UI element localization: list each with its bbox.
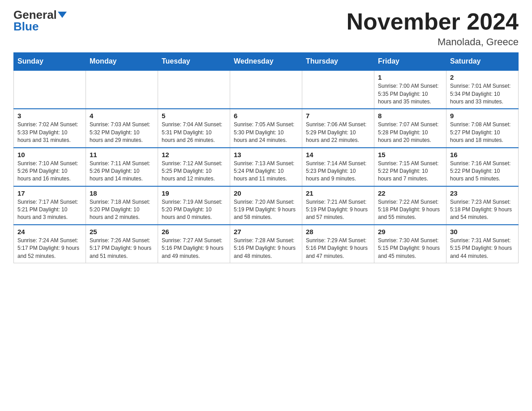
day-number: 14 bbox=[306, 151, 370, 158]
day-number: 9 bbox=[450, 112, 515, 120]
calendar-cell: 3Sunrise: 7:02 AM Sunset: 5:33 PM Daylig… bbox=[14, 109, 86, 147]
calendar-cell: 29Sunrise: 7:30 AM Sunset: 5:15 PM Dayli… bbox=[374, 225, 446, 263]
calendar-cell: 18Sunrise: 7:18 AM Sunset: 5:20 PM Dayli… bbox=[86, 186, 158, 225]
calendar-cell: 11Sunrise: 7:11 AM Sunset: 5:26 PM Dayli… bbox=[86, 148, 158, 186]
calendar-cell: 24Sunrise: 7:24 AM Sunset: 5:17 PM Dayli… bbox=[14, 225, 86, 263]
day-info: Sunrise: 7:13 AM Sunset: 5:24 PM Dayligh… bbox=[234, 160, 298, 183]
logo-triangle-icon bbox=[58, 12, 67, 18]
weekday-header-saturday: Saturday bbox=[446, 53, 519, 71]
calendar-cell: 10Sunrise: 7:10 AM Sunset: 5:26 PM Dayli… bbox=[14, 148, 86, 186]
month-title: November 2024 bbox=[347, 9, 519, 34]
calendar-cell: 17Sunrise: 7:17 AM Sunset: 5:21 PM Dayli… bbox=[14, 186, 86, 225]
weekday-header-sunday: Sunday bbox=[14, 53, 86, 71]
calendar-week-row: 1Sunrise: 7:00 AM Sunset: 5:35 PM Daylig… bbox=[14, 70, 519, 109]
calendar-week-row: 3Sunrise: 7:02 AM Sunset: 5:33 PM Daylig… bbox=[14, 109, 519, 147]
calendar-cell bbox=[302, 70, 374, 109]
calendar-cell: 21Sunrise: 7:21 AM Sunset: 5:19 PM Dayli… bbox=[302, 186, 374, 225]
calendar-cell: 28Sunrise: 7:29 AM Sunset: 5:16 PM Dayli… bbox=[302, 225, 374, 263]
calendar-cell: 7Sunrise: 7:06 AM Sunset: 5:29 PM Daylig… bbox=[302, 109, 374, 147]
day-info: Sunrise: 7:27 AM Sunset: 5:16 PM Dayligh… bbox=[162, 237, 226, 260]
day-number: 22 bbox=[378, 189, 442, 197]
logo-general-text: General bbox=[13, 9, 57, 21]
calendar-cell: 6Sunrise: 7:05 AM Sunset: 5:30 PM Daylig… bbox=[230, 109, 302, 147]
page-header: General Blue November 2024 Manolada, Gre… bbox=[13, 9, 519, 48]
logo-blue-text: Blue bbox=[13, 21, 39, 32]
day-number: 10 bbox=[17, 151, 82, 158]
day-info: Sunrise: 7:10 AM Sunset: 5:26 PM Dayligh… bbox=[17, 160, 82, 183]
day-number: 3 bbox=[17, 112, 82, 120]
day-number: 23 bbox=[450, 189, 515, 197]
day-info: Sunrise: 7:22 AM Sunset: 5:18 PM Dayligh… bbox=[378, 198, 442, 222]
day-info: Sunrise: 7:21 AM Sunset: 5:19 PM Dayligh… bbox=[306, 198, 370, 222]
day-number: 1 bbox=[378, 73, 442, 81]
calendar-cell: 15Sunrise: 7:15 AM Sunset: 5:22 PM Dayli… bbox=[374, 148, 446, 186]
weekday-header-monday: Monday bbox=[86, 53, 158, 71]
weekday-header-wednesday: Wednesday bbox=[230, 53, 302, 71]
day-number: 27 bbox=[234, 228, 298, 235]
weekday-header-tuesday: Tuesday bbox=[158, 53, 230, 71]
day-info: Sunrise: 7:31 AM Sunset: 5:15 PM Dayligh… bbox=[450, 237, 515, 260]
day-number: 2 bbox=[450, 73, 515, 81]
day-number: 25 bbox=[90, 228, 154, 235]
day-number: 28 bbox=[306, 228, 370, 235]
day-info: Sunrise: 7:03 AM Sunset: 5:32 PM Dayligh… bbox=[90, 121, 154, 144]
calendar-cell: 19Sunrise: 7:19 AM Sunset: 5:20 PM Dayli… bbox=[158, 186, 230, 225]
day-info: Sunrise: 7:07 AM Sunset: 5:28 PM Dayligh… bbox=[378, 121, 442, 144]
weekday-header-friday: Friday bbox=[374, 53, 446, 71]
calendar-cell: 25Sunrise: 7:26 AM Sunset: 5:17 PM Dayli… bbox=[86, 225, 158, 263]
day-number: 30 bbox=[450, 228, 515, 235]
day-info: Sunrise: 7:24 AM Sunset: 5:17 PM Dayligh… bbox=[17, 237, 82, 260]
day-info: Sunrise: 7:15 AM Sunset: 5:22 PM Dayligh… bbox=[378, 160, 442, 183]
calendar-cell: 16Sunrise: 7:16 AM Sunset: 5:22 PM Dayli… bbox=[446, 148, 519, 186]
calendar-cell: 20Sunrise: 7:20 AM Sunset: 5:19 PM Dayli… bbox=[230, 186, 302, 225]
day-number: 21 bbox=[306, 189, 370, 197]
calendar-cell bbox=[230, 70, 302, 109]
calendar-cell: 4Sunrise: 7:03 AM Sunset: 5:32 PM Daylig… bbox=[86, 109, 158, 147]
day-number: 12 bbox=[162, 151, 226, 158]
calendar-cell: 22Sunrise: 7:22 AM Sunset: 5:18 PM Dayli… bbox=[374, 186, 446, 225]
calendar-week-row: 24Sunrise: 7:24 AM Sunset: 5:17 PM Dayli… bbox=[14, 225, 519, 263]
calendar-week-row: 17Sunrise: 7:17 AM Sunset: 5:21 PM Dayli… bbox=[14, 186, 519, 225]
day-info: Sunrise: 7:14 AM Sunset: 5:23 PM Dayligh… bbox=[306, 160, 370, 183]
day-info: Sunrise: 7:18 AM Sunset: 5:20 PM Dayligh… bbox=[90, 198, 154, 222]
day-number: 26 bbox=[162, 228, 226, 235]
day-info: Sunrise: 7:02 AM Sunset: 5:33 PM Dayligh… bbox=[17, 121, 82, 144]
day-number: 24 bbox=[17, 228, 82, 235]
day-info: Sunrise: 7:29 AM Sunset: 5:16 PM Dayligh… bbox=[306, 237, 370, 260]
day-number: 4 bbox=[90, 112, 154, 120]
calendar-cell: 9Sunrise: 7:08 AM Sunset: 5:27 PM Daylig… bbox=[446, 109, 519, 147]
day-number: 15 bbox=[378, 151, 442, 158]
day-info: Sunrise: 7:06 AM Sunset: 5:29 PM Dayligh… bbox=[306, 121, 370, 144]
calendar-cell bbox=[158, 70, 230, 109]
day-number: 8 bbox=[378, 112, 442, 120]
calendar-cell: 26Sunrise: 7:27 AM Sunset: 5:16 PM Dayli… bbox=[158, 225, 230, 263]
weekday-header-thursday: Thursday bbox=[302, 53, 374, 71]
day-info: Sunrise: 7:17 AM Sunset: 5:21 PM Dayligh… bbox=[17, 198, 82, 222]
day-info: Sunrise: 7:28 AM Sunset: 5:16 PM Dayligh… bbox=[234, 237, 298, 260]
day-info: Sunrise: 7:12 AM Sunset: 5:25 PM Dayligh… bbox=[162, 160, 226, 183]
calendar-cell: 13Sunrise: 7:13 AM Sunset: 5:24 PM Dayli… bbox=[230, 148, 302, 186]
calendar-cell: 8Sunrise: 7:07 AM Sunset: 5:28 PM Daylig… bbox=[374, 109, 446, 147]
logo: General Blue bbox=[13, 9, 67, 32]
title-block: November 2024 Manolada, Greece bbox=[347, 9, 519, 48]
day-info: Sunrise: 7:20 AM Sunset: 5:19 PM Dayligh… bbox=[234, 198, 298, 222]
calendar-cell: 1Sunrise: 7:00 AM Sunset: 5:35 PM Daylig… bbox=[374, 70, 446, 109]
day-info: Sunrise: 7:00 AM Sunset: 5:35 PM Dayligh… bbox=[378, 82, 442, 106]
day-info: Sunrise: 7:26 AM Sunset: 5:17 PM Dayligh… bbox=[90, 237, 154, 260]
calendar-cell bbox=[14, 70, 86, 109]
calendar-week-row: 10Sunrise: 7:10 AM Sunset: 5:26 PM Dayli… bbox=[14, 148, 519, 186]
day-number: 7 bbox=[306, 112, 370, 120]
day-info: Sunrise: 7:16 AM Sunset: 5:22 PM Dayligh… bbox=[450, 160, 515, 183]
day-info: Sunrise: 7:19 AM Sunset: 5:20 PM Dayligh… bbox=[162, 198, 226, 222]
calendar-cell: 5Sunrise: 7:04 AM Sunset: 5:31 PM Daylig… bbox=[158, 109, 230, 147]
day-number: 13 bbox=[234, 151, 298, 158]
calendar-cell: 12Sunrise: 7:12 AM Sunset: 5:25 PM Dayli… bbox=[158, 148, 230, 186]
day-number: 5 bbox=[162, 112, 226, 120]
day-info: Sunrise: 7:23 AM Sunset: 5:18 PM Dayligh… bbox=[450, 198, 515, 222]
day-info: Sunrise: 7:30 AM Sunset: 5:15 PM Dayligh… bbox=[378, 237, 442, 260]
day-number: 18 bbox=[90, 189, 154, 197]
day-info: Sunrise: 7:04 AM Sunset: 5:31 PM Dayligh… bbox=[162, 121, 226, 144]
calendar-cell: 23Sunrise: 7:23 AM Sunset: 5:18 PM Dayli… bbox=[446, 186, 519, 225]
calendar-cell: 14Sunrise: 7:14 AM Sunset: 5:23 PM Dayli… bbox=[302, 148, 374, 186]
calendar-cell bbox=[86, 70, 158, 109]
